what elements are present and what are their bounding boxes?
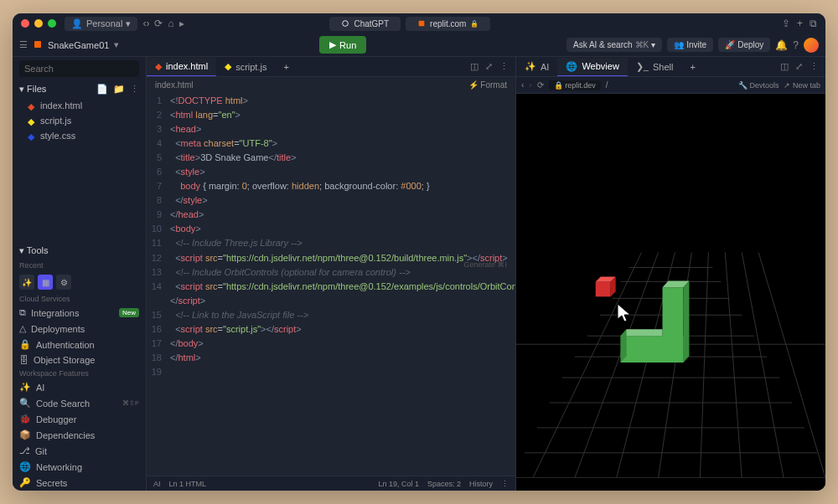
minimize-window-icon[interactable] — [34, 19, 43, 28]
code-line[interactable]: 11 <!-- Include Three.js Library --> — [147, 236, 515, 250]
file-item-css[interactable]: ◆ style.css — [13, 128, 146, 143]
forward-icon[interactable]: › — [529, 80, 531, 90]
sidebar-item-dependencies[interactable]: 📦 Dependencies — [13, 427, 146, 443]
forward-icon[interactable]: › — [146, 18, 149, 29]
sidebar-item-secrets[interactable]: 🔑 Secrets — [13, 475, 146, 491]
chevron-down-icon: ▾ — [19, 84, 24, 94]
sidebar-item-debugger[interactable]: 🐞 Debugger — [13, 411, 146, 427]
sidebar-item-authentication[interactable]: 🔒 Authentication — [13, 337, 146, 352]
format-button[interactable]: ⚡ Format — [468, 80, 507, 90]
run-button[interactable]: ▶ Run — [319, 36, 366, 54]
code-line[interactable]: 19 — [147, 365, 515, 379]
deploy-button[interactable]: 🚀 Deploy — [718, 38, 770, 52]
sidebar-item-label: Integrations — [31, 308, 79, 318]
tools-header[interactable]: ▾ Tools — [13, 242, 146, 260]
code-line[interactable]: 18</html> — [147, 351, 515, 365]
sidebar-item-git[interactable]: ⎇ Git — [13, 443, 146, 459]
refresh-icon[interactable]: ⟳ — [537, 80, 544, 90]
code-line[interactable]: 3<head> — [147, 122, 515, 136]
code-line[interactable]: 7 body { margin: 0; overflow: hidden; ba… — [147, 179, 515, 193]
code-line[interactable]: 4 <meta charset="UTF-8"> — [147, 136, 515, 151]
sidebar-item-integrations[interactable]: ⧉ Integrations New — [13, 305, 146, 321]
split-panel-icon[interactable]: ◫ — [780, 61, 789, 72]
devtools-button[interactable]: 🔧 Devtools — [738, 81, 779, 90]
new-tab-button[interactable]: + — [275, 59, 297, 75]
code-line[interactable]: 13 <!-- Include OrbitControls (optional … — [147, 265, 515, 280]
refresh-icon[interactable]: ⟳ — [154, 18, 163, 29]
sidebar-item-deployments[interactable]: △ Deployments — [13, 321, 146, 337]
tab-webview[interactable]: 🌐 Webview — [557, 58, 627, 76]
chevron-down-icon[interactable]: ▾ — [114, 39, 119, 50]
code-line[interactable]: 9</head> — [147, 208, 515, 222]
ask-ai-button[interactable]: Ask AI & search ⌘K ▾ — [566, 38, 662, 52]
code-line[interactable]: 6 <style> — [147, 165, 515, 179]
sidebar-item-code-search[interactable]: 🔍 Code Search ⌘⇧F — [13, 395, 146, 411]
code-line[interactable]: 14 <script src="https://cdn.jsdelivr.net… — [147, 280, 515, 294]
expand-icon[interactable]: ⤢ — [485, 61, 493, 72]
tools-label: Tools — [27, 245, 49, 255]
expand-icon[interactable]: ⤢ — [795, 61, 803, 72]
url-field[interactable]: 🔒 replit.dev — [549, 80, 601, 90]
ai-status[interactable]: AI — [153, 480, 161, 488]
ai-tool-icon[interactable]: ✨ — [19, 275, 34, 290]
share-icon[interactable]: ⇪ — [782, 18, 790, 29]
generate-hint[interactable]: Generate ⌘I — [463, 260, 507, 271]
notifications-icon[interactable]: 🔔 — [775, 39, 788, 51]
code-line[interactable]: 16 <script src="script.js"></script> — [147, 322, 515, 337]
more-icon[interactable]: ⋮ — [130, 84, 139, 95]
line-number — [147, 294, 170, 308]
file-item-js[interactable]: ◆ script.js — [13, 113, 146, 128]
sidebar-item-ai[interactable]: ✨ AI — [13, 379, 146, 395]
tab-index-html[interactable]: ◆ index.html — [147, 58, 216, 76]
tabs-overview-icon[interactable]: ⧉ — [810, 18, 817, 29]
split-panel-icon[interactable]: ◫ — [470, 61, 478, 72]
code-editor[interactable]: Generate ⌘I 1<!DOCTYPE html>2<html lang=… — [147, 92, 515, 476]
code-line[interactable]: 15 <!-- Link to the JavaScript file --> — [147, 308, 515, 322]
tab-shell[interactable]: ❯_ Shell — [628, 58, 682, 75]
browser-tab-chatgpt[interactable]: ChatGPT — [329, 17, 401, 31]
new-tab-button[interactable]: + — [681, 59, 703, 75]
panel-left-icon[interactable]: ☰ — [19, 39, 28, 50]
browser-tab-replit[interactable]: replit.com 🔒 — [406, 17, 490, 31]
invite-button[interactable]: 👥 Invite — [667, 38, 713, 52]
help-icon[interactable]: ? — [793, 39, 799, 51]
replit-logo-icon[interactable] — [33, 39, 43, 51]
files-header[interactable]: ▾ Files 📄 📁 ⋮ — [13, 80, 146, 98]
search-input[interactable] — [19, 60, 139, 77]
indent-status[interactable]: Spaces: 2 — [427, 480, 461, 488]
settings-tool-icon[interactable]: ⚙ — [56, 275, 71, 290]
play-nav-icon[interactable]: ▸ — [179, 18, 184, 29]
lang-status[interactable]: Ln 1 HTML — [169, 480, 207, 488]
new-folder-icon[interactable]: 📁 — [113, 84, 125, 95]
home-icon[interactable]: ⌂ — [168, 18, 173, 29]
file-item-html[interactable]: ◆ index.html — [13, 98, 146, 113]
project-name[interactable]: SnakeGame01 — [48, 40, 109, 50]
more-icon[interactable]: ⋮ — [499, 61, 509, 72]
history-status[interactable]: History — [469, 480, 493, 488]
webview-canvas[interactable] — [516, 94, 825, 491]
code-line[interactable]: 10<body> — [147, 222, 515, 236]
workspace-selector[interactable]: 👤 Personal ▾ — [65, 17, 137, 31]
maximize-window-icon[interactable] — [48, 19, 56, 28]
avatar[interactable] — [804, 38, 819, 53]
tab-script-js[interactable]: ◆ script.js — [216, 58, 275, 75]
more-icon[interactable]: ⋮ — [810, 61, 819, 72]
code-line[interactable]: 5 <title>3D Snake Game</title> — [147, 151, 515, 165]
back-icon[interactable]: ‹ — [521, 80, 524, 90]
kebab-icon[interactable]: ⋮ — [501, 480, 509, 488]
cursor-position[interactable]: Ln 19, Col 1 — [378, 480, 419, 488]
webview-tool-icon[interactable]: ▦ — [38, 275, 53, 290]
code-line[interactable]: 17</body> — [147, 337, 515, 351]
sidebar-item-object-storage[interactable]: 🗄 Object Storage — [13, 352, 146, 368]
code-line[interactable]: 2<html lang="en"> — [147, 108, 515, 122]
add-tab-icon[interactable]: + — [797, 18, 803, 29]
code-line[interactable]: </script> — [147, 294, 515, 308]
new-file-icon[interactable]: 📄 — [96, 84, 108, 95]
new-tab-button[interactable]: ↗ New tab — [784, 81, 820, 90]
code-line[interactable]: 8 </style> — [147, 193, 515, 208]
code-line[interactable]: 1<!DOCTYPE html> — [147, 94, 515, 108]
tab-ai[interactable]: ✨ AI — [516, 58, 557, 75]
code-line[interactable]: 12 <script src="https://cdn.jsdelivr.net… — [147, 251, 515, 265]
sidebar-item-networking[interactable]: 🌐 Networking — [13, 459, 146, 475]
close-window-icon[interactable] — [21, 19, 29, 28]
